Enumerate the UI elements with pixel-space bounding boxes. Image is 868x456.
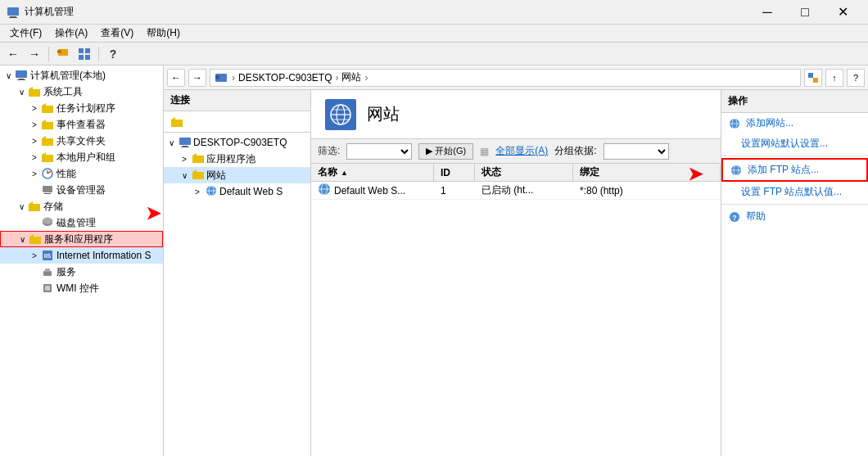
addr-part-websites[interactable]: 网站	[341, 70, 361, 84]
expand-system-tools[interactable]: ∨	[15, 85, 28, 98]
show-button[interactable]	[75, 45, 94, 63]
svg-rect-13	[43, 186, 52, 192]
expand-shared[interactable]: >	[28, 134, 41, 147]
up-button[interactable]	[53, 45, 73, 63]
expand-iis[interactable]: >	[28, 249, 41, 262]
conn-item-default-web[interactable]: > Default Web S	[164, 183, 310, 200]
svg-rect-5	[79, 48, 84, 53]
group-select[interactable]	[604, 143, 669, 160]
start-button[interactable]: ▶ 开始(G)	[418, 143, 473, 160]
set-defaults-link[interactable]: 设置网站默认设置...	[741, 137, 828, 151]
addr-sep2: ›	[335, 72, 338, 84]
sidebar-task-label: 任务计划程序	[57, 102, 115, 115]
col-id[interactable]: ID	[434, 164, 475, 181]
expand-storage[interactable]: ∨	[15, 200, 28, 213]
sidebar-disk-label: 磁盘管理	[57, 216, 96, 230]
addr-help-button[interactable]: ?	[847, 69, 865, 87]
sidebar-item-shared-folders[interactable]: > 共享文件夹	[0, 133, 163, 149]
table-row[interactable]: Default Web S... 1 已启动 (ht... *:80 (http…	[311, 182, 721, 200]
action-set-defaults[interactable]: 设置网站默认设置...	[721, 133, 868, 154]
sidebar-item-storage[interactable]: ∨ 存储	[0, 198, 163, 214]
page-header: 网站	[311, 90, 721, 139]
conn-item-websites[interactable]: ∨ 网站	[164, 167, 310, 183]
maximize-button[interactable]: □	[786, 0, 824, 25]
title-text: 计算机管理	[25, 5, 74, 19]
menu-file[interactable]: 文件(F)	[3, 25, 48, 42]
set-ftp-defaults-link[interactable]: 设置 FTP 站点默认值...	[741, 185, 842, 199]
addr-forward-button[interactable]: →	[188, 69, 206, 87]
sidebar-item-task-scheduler[interactable]: > 任务计划程序	[0, 100, 163, 116]
expand-websites[interactable]: ∨	[179, 171, 190, 180]
expand-app-pools[interactable]: >	[179, 155, 190, 164]
expand-task[interactable]: >	[28, 102, 41, 115]
connections-panel: 连接 ∨ DESKTOP-C	[164, 90, 311, 456]
sidebar-item-services-apps[interactable]: ∨ 服务和应用程序	[0, 231, 163, 247]
action-set-ftp-defaults[interactable]: 设置 FTP 站点默认值...	[721, 182, 868, 202]
sidebar-item-wmi[interactable]: WMI 控件	[0, 280, 163, 296]
table-container: 名称 ▲ ID 状态 绑定	[311, 164, 721, 456]
minimize-button[interactable]: ─	[748, 0, 786, 25]
svg-rect-29	[181, 147, 189, 147]
svg-rect-26	[813, 78, 818, 83]
device-icon	[41, 183, 54, 196]
iis-icon: IIS	[41, 249, 54, 262]
sidebar-item-performance[interactable]: > 性能	[0, 165, 163, 182]
action-add-site[interactable]: 添加网站...	[721, 113, 868, 133]
addr-part-desktop[interactable]: DESKTOP-C903ETQ	[238, 72, 332, 84]
cell-name: Default Web S...	[311, 182, 434, 199]
add-ftp-link[interactable]: 添加 FTP 站点...	[748, 163, 819, 177]
expand-desktop[interactable]: ∨	[165, 138, 177, 147]
action-add-ftp[interactable]: 添加 FTP 站点...	[721, 158, 868, 182]
addr-up-button[interactable]: ↑	[825, 69, 843, 87]
sidebar-storage-label: 存储	[43, 200, 63, 214]
action-help[interactable]: ? 帮助	[721, 206, 868, 227]
addr-back-button[interactable]: ←	[167, 69, 185, 87]
add-site-link[interactable]: 添加网站...	[746, 116, 793, 130]
expand-perf[interactable]: >	[28, 167, 41, 180]
expand-localusers[interactable]: >	[28, 151, 41, 164]
conn-toolbar-icon[interactable]	[167, 113, 187, 131]
sidebar-item-system-tools[interactable]: ∨ 系统工具	[0, 84, 163, 100]
connections-header: 连接	[164, 90, 310, 111]
conn-item-desktop[interactable]: ∨ DESKTOP-C903ETQ	[164, 134, 310, 151]
col-binding[interactable]: 绑定	[573, 164, 721, 181]
event-icon	[41, 118, 54, 131]
show-all-label[interactable]: 全部显示(A)	[495, 144, 548, 158]
filter-select[interactable]	[346, 143, 412, 160]
expand-services-apps[interactable]: ∨	[16, 233, 29, 246]
sidebar-event-label: 事件查看器	[57, 118, 106, 132]
sidebar-item-root[interactable]: ∨ 计算机管理(本地)	[0, 67, 163, 84]
sidebar-item-event-viewer[interactable]: > 事件查看器	[0, 116, 163, 133]
sidebar-item-disk-mgmt[interactable]: 磁盘管理	[0, 214, 163, 231]
conn-apppools-label: 应用程序池	[206, 152, 255, 166]
col-status[interactable]: 状态	[475, 164, 573, 181]
perf-icon	[41, 167, 54, 180]
menu-help[interactable]: 帮助(H)	[140, 25, 187, 42]
sort-icon: ▲	[341, 169, 348, 177]
conn-websites-label: 网站	[206, 169, 226, 183]
disk-icon	[41, 216, 54, 229]
services-icon	[41, 265, 54, 278]
help-link[interactable]: 帮助	[746, 210, 766, 223]
sidebar-item-local-users[interactable]: > 本地用户和组	[0, 149, 163, 165]
forward-button[interactable]: →	[25, 45, 44, 63]
back-button[interactable]: ←	[3, 45, 23, 63]
svg-rect-0	[7, 7, 19, 16]
conn-item-app-pools[interactable]: > 应用程序池	[164, 151, 310, 167]
sidebar-item-iis[interactable]: > IIS Internet Information S	[0, 247, 163, 264]
help-toolbar-button[interactable]: ?	[103, 45, 123, 63]
address-path: › DESKTOP-C903ETQ › 网站 ›	[210, 69, 801, 87]
addr-refresh-button[interactable]	[804, 69, 822, 87]
sidebar-services-apps-label: 服务和应用程序	[44, 233, 113, 246]
conn-tree: ∨ DESKTOP-C903ETQ > 应用程序池	[164, 133, 310, 456]
expand-event[interactable]: >	[28, 118, 41, 131]
expand-root[interactable]: ∨	[2, 69, 15, 82]
menu-action[interactable]: 操作(A)	[48, 25, 94, 42]
filter-bar: 筛选: ▶ 开始(G) ▦ 全部显示(A) 分组依据:	[311, 139, 721, 164]
menu-view[interactable]: 查看(V)	[94, 25, 140, 42]
close-button[interactable]: ✕	[824, 0, 861, 25]
expand-default-web[interactable]: >	[192, 187, 203, 196]
col-name[interactable]: 名称 ▲	[311, 164, 434, 181]
sidebar-item-services[interactable]: 服务	[0, 264, 163, 280]
sidebar-item-device-manager[interactable]: 设备管理器	[0, 182, 163, 198]
